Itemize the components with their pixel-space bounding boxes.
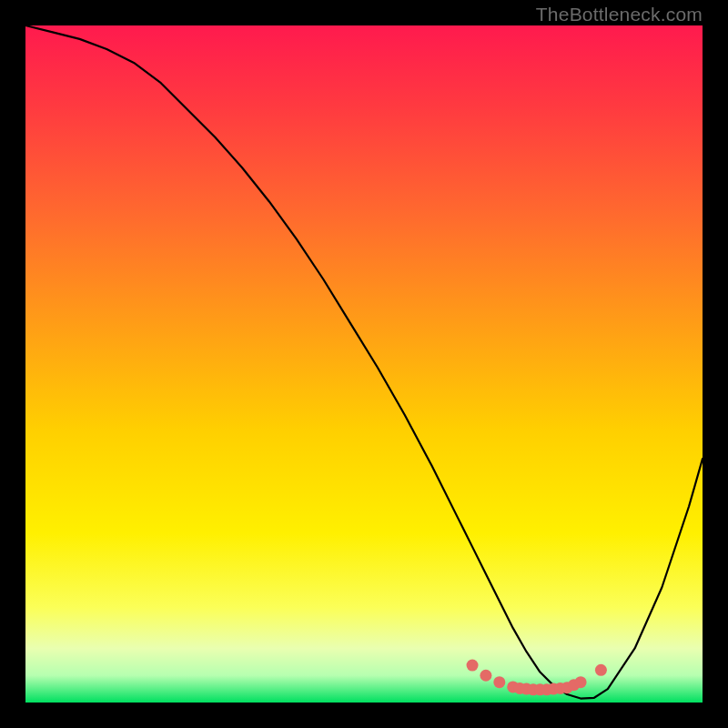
curve-marker [480, 670, 491, 682]
chart-svg [25, 25, 703, 703]
chart-area [25, 25, 703, 703]
watermark-text: TheBottleneck.com [536, 4, 703, 25]
curve-marker [575, 676, 587, 688]
marker-group [467, 660, 607, 696]
curve-marker [467, 660, 479, 672]
curve-marker [595, 664, 607, 676]
curve-marker [493, 676, 505, 688]
bottleneck-curve-path [25, 25, 703, 699]
